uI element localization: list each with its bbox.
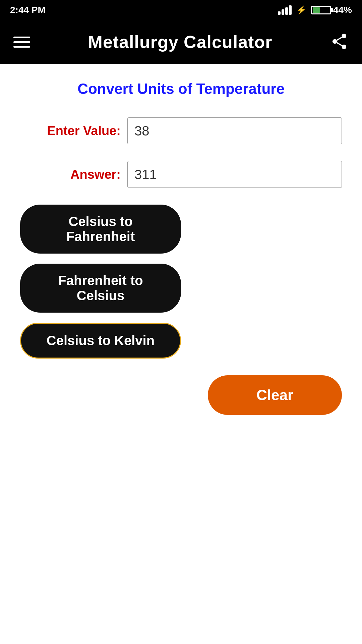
signal-icon (278, 5, 292, 15)
svg-point-0 (342, 34, 346, 38)
charging-icon: ⚡ (296, 5, 306, 15)
battery-percent: 44% (333, 5, 352, 15)
share-button[interactable] (330, 32, 349, 52)
celsius-to-kelvin-button[interactable]: Celsius to Kelvin (20, 323, 181, 359)
conversion-buttons: Celsius to Fahrenheit Fahrenheit to Cels… (20, 205, 342, 359)
svg-line-3 (337, 42, 342, 45)
enter-value-input[interactable] (127, 117, 342, 144)
page-title: Convert Units of Temperature (20, 80, 342, 97)
celsius-to-fahrenheit-button[interactable]: Celsius to Fahrenheit (20, 205, 181, 254)
menu-button[interactable] (13, 37, 30, 48)
app-title: Metallurgy Calculator (88, 32, 273, 52)
main-content: Convert Units of Temperature Enter Value… (0, 64, 362, 644)
answer-row: Answer: (20, 161, 342, 188)
battery-icon (311, 6, 331, 14)
enter-value-label: Enter Value: (20, 124, 127, 138)
battery-container: 44% (311, 5, 352, 15)
status-bar: 2:44 PM ⚡ 44% (0, 0, 362, 20)
app-bar: Metallurgy Calculator (0, 20, 362, 64)
status-icons: ⚡ 44% (278, 5, 352, 15)
svg-point-2 (342, 44, 346, 49)
svg-line-4 (337, 37, 342, 40)
clear-button[interactable]: Clear (208, 375, 342, 415)
clear-row: Clear (20, 375, 342, 415)
svg-point-1 (333, 39, 337, 44)
enter-value-row: Enter Value: (20, 117, 342, 144)
answer-input[interactable] (127, 161, 342, 188)
status-time: 2:44 PM (10, 5, 46, 15)
fahrenheit-to-celsius-button[interactable]: Fahrenheit to Celsius (20, 264, 181, 313)
answer-label: Answer: (20, 167, 127, 182)
